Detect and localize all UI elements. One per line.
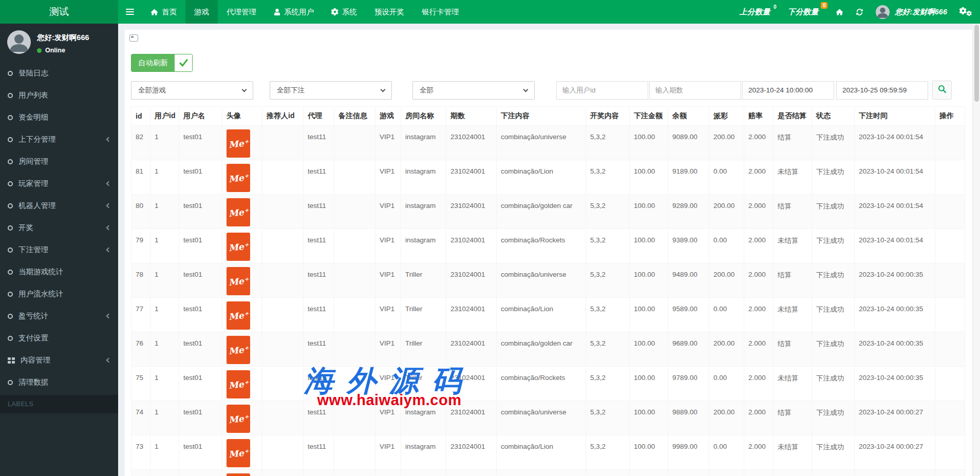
date-to-input[interactable] [836, 81, 928, 100]
user-avatar-image: Me⁺ [227, 439, 250, 467]
auto-refresh-button[interactable]: 自动刷新 [131, 54, 193, 72]
table-row: 731test01Me⁺test11VIP1instagram231024001… [131, 435, 965, 470]
chevron-left-icon [106, 203, 111, 208]
sidebar-item-13[interactable]: 内容管理 [0, 349, 118, 371]
down-score-button[interactable]: 下分数量0 [787, 7, 823, 17]
cell-settled: 结算 [774, 401, 812, 435]
home-icon[interactable] [836, 9, 843, 15]
navbar-avatar[interactable] [876, 5, 890, 19]
cell-action [935, 195, 965, 229]
sidebar-item-4[interactable]: 房间管理 [0, 150, 118, 173]
cell-agent: test11 [304, 160, 334, 195]
search-button[interactable] [932, 81, 952, 100]
scrollbar-thumb[interactable] [974, 25, 979, 102]
status-select[interactable]: 全部 [412, 81, 535, 100]
cell-id: 78 [131, 263, 150, 298]
user-avatar-image: Me⁺ [227, 473, 250, 476]
cell-settled: 未结算 [774, 160, 812, 195]
date-from-input[interactable] [742, 81, 834, 100]
cell-room: instagram [401, 229, 446, 263]
brand-logo[interactable]: 测试 [0, 0, 118, 24]
up-score-button[interactable]: 上分数量0 [739, 7, 775, 17]
cell-balance: 9889.00 [668, 401, 709, 435]
cell-username: test01 [179, 401, 222, 435]
nav-item-0[interactable]: 首页 [142, 0, 185, 24]
nav-item-6[interactable]: 银行卡管理 [413, 0, 468, 24]
game-select[interactable]: 全部游戏 [131, 81, 253, 100]
sidebar-item-11[interactable]: 盈亏统计 [0, 305, 118, 327]
sidebar-item-2[interactable]: 资金明细 [0, 106, 118, 128]
cell-period: 231024001 [446, 367, 497, 401]
bet-type-select[interactable]: 全部下注 [270, 81, 392, 100]
sidebar-item-14[interactable]: 清理数据 [0, 371, 118, 393]
chevron-left-icon [106, 181, 111, 186]
sidebar-item-5[interactable]: 玩家管理 [0, 173, 118, 195]
search-icon [938, 85, 947, 96]
sidebar-item-9[interactable]: 当期游戏统计 [0, 261, 118, 283]
nav-item-4[interactable]: 系统 [323, 0, 366, 24]
sidebar-item-7[interactable]: 开奖 [0, 217, 118, 239]
cell-remark [334, 126, 375, 160]
cell-balance: 9289.00 [668, 195, 709, 229]
cell-result: 5,3,2 [586, 229, 630, 263]
cell-id: 73 [131, 435, 150, 470]
col-header-id: id [131, 107, 150, 126]
avatar-photo [7, 30, 31, 54]
period-input[interactable] [649, 81, 741, 100]
cell-bet_amount: 100.00 [630, 332, 668, 367]
cell-referrer [262, 367, 304, 401]
cell-game: VIP1 [375, 367, 401, 401]
cell-agent: test11 [304, 229, 334, 263]
cell-result: 5,3,2 [586, 332, 630, 367]
nav-item-2[interactable]: 代理管理 [218, 0, 265, 24]
page-scrollbar[interactable] [973, 24, 980, 476]
sidebar-item-0[interactable]: 登陆日志 [0, 62, 118, 84]
down-score-badge: 0 [821, 2, 828, 9]
cell-bet_content: combinação/Lion [497, 298, 586, 332]
sidebar-item-3[interactable]: 上下分管理 [0, 128, 118, 150]
sidebar-item-label: 清理数据 [18, 377, 48, 387]
cell-referrer [262, 332, 304, 367]
cell-balance: 9389.00 [668, 229, 709, 263]
nav-item-3[interactable]: 系统用户 [265, 0, 323, 24]
cell-settled: 结算 [774, 263, 812, 298]
sidebar-avatar[interactable] [7, 30, 31, 54]
cell-action [935, 435, 965, 470]
sidebar-item-label: 支付设置 [18, 333, 48, 343]
navbar-greeting[interactable]: 您好:发财啊666 [895, 7, 947, 17]
cell-settled: 未结算 [774, 298, 812, 332]
cogs-icon[interactable] [959, 7, 971, 16]
col-header-remark: 备注信息 [334, 107, 375, 126]
chevron-left-icon [106, 314, 111, 319]
cell-agent: test11 [304, 195, 334, 229]
user-id-input[interactable] [556, 81, 648, 100]
nav-item-1[interactable]: 游戏 [185, 0, 218, 24]
cell-odds: 2.000 [744, 229, 774, 263]
sidebar-toggle-button[interactable] [118, 0, 142, 24]
cell-id: 72 [131, 470, 150, 476]
cell-bet_amount: 100.00 [630, 401, 668, 435]
cell-odds: 2.000 [744, 298, 774, 332]
circle-icon [8, 380, 13, 385]
cell-settled: 结算 [774, 195, 812, 229]
cell-id: 79 [131, 229, 150, 263]
sidebar-item-1[interactable]: 用户列表 [0, 84, 118, 106]
sidebar-item-6[interactable]: 机器人管理 [0, 195, 118, 217]
user-avatar-image: Me⁺ [227, 336, 250, 364]
cell-room: instagram [401, 160, 446, 195]
cell-id: 82 [131, 126, 150, 160]
nav-item-5[interactable]: 预设开奖 [366, 0, 413, 24]
sidebar-item-12[interactable]: 支付设置 [0, 327, 118, 349]
cell-period: 231024001 [446, 263, 497, 298]
cell-payout: 0.00 [709, 298, 744, 332]
cell-game: VIP1 [375, 195, 401, 229]
sidebar-item-10[interactable]: 用户流水统计 [0, 283, 118, 305]
cell-remark [334, 470, 375, 476]
sidebar-item-label: 登陆日志 [18, 68, 48, 78]
auto-refresh-checkbox[interactable] [175, 54, 192, 71]
cell-user_id: 1 [150, 126, 179, 160]
sidebar-item-8[interactable]: 下注管理 [0, 239, 118, 261]
cell-status: 下注成功 [812, 126, 855, 160]
cell-referrer [262, 195, 304, 229]
refresh-icon[interactable] [856, 8, 863, 16]
